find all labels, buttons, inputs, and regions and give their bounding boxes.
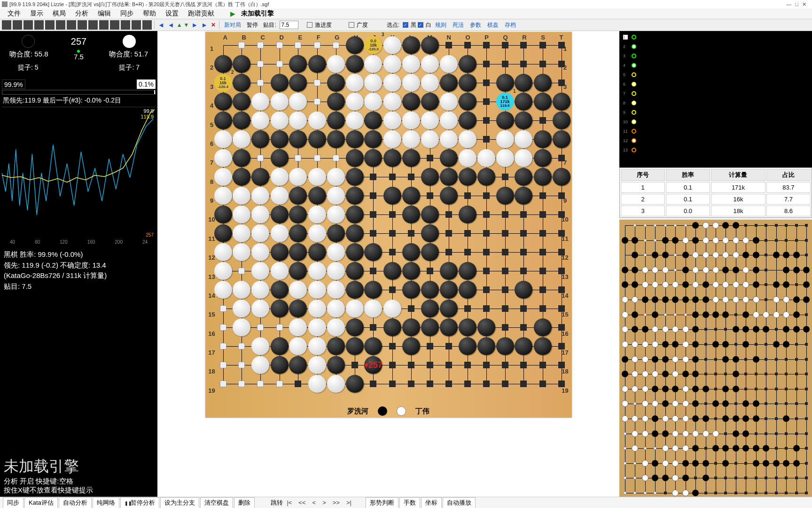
window-title: [99.9 119.9 204k] Lizzie - [黑]罗洗河 vs[白]丁…: [9, 1, 269, 8]
winrate-bar: [2, 90, 156, 95]
menu-item[interactable]: 文件: [4, 8, 24, 19]
black-checkbox[interactable]: [403, 22, 408, 28]
player-white: 丁伟: [415, 407, 429, 416]
board-link[interactable]: 棋盘: [485, 21, 501, 29]
point-label: 选点:: [385, 21, 401, 29]
analysis-summary: 黑棋 胜率: 99.9% (-0.0%) 领先: 119.9 (-0.2) 不确…: [0, 246, 157, 295]
aggr-checkbox[interactable]: [307, 22, 312, 28]
tb-tree-icon[interactable]: [88, 20, 98, 30]
captures-white: 提子: 7: [119, 64, 140, 72]
status-bar: 同步 Kata评估 自动分析 纯网络 暂停分析 设为主分支 清空棋盘 删除 跳转…: [0, 497, 812, 508]
pause-link[interactable]: 暂停: [245, 21, 260, 29]
black-stone-icon: [378, 406, 387, 416]
match-black: 吻合度: 55.8: [9, 50, 48, 61]
nav-last-icon[interactable]: ►: [200, 21, 209, 29]
tb-save-icon[interactable]: [13, 20, 22, 30]
autoplay-button[interactable]: 自动播放: [443, 497, 476, 508]
nav-back[interactable]: <: [310, 498, 319, 507]
tb-extra-icon[interactable]: [142, 20, 152, 30]
nav-fwd10[interactable]: >>: [330, 498, 343, 507]
mini-board[interactable]: [619, 220, 812, 499]
breadth-checkbox[interactable]: [349, 22, 354, 28]
save-link[interactable]: 存档: [502, 21, 518, 29]
tb-hint-icon[interactable]: [121, 20, 130, 30]
graph-ticks: 408012016020024: [0, 238, 157, 246]
new-game-link[interactable]: 新对局: [222, 21, 243, 29]
nav-down-icon[interactable]: ▼: [184, 22, 189, 28]
jump-label: 跳转: [271, 499, 283, 507]
graph-header: 黑领先:119.9 最后一手(#3): -0.0% -0.2目: [0, 95, 157, 107]
komi-input[interactable]: 7.5: [280, 21, 298, 29]
menu-item[interactable]: 跑谱贡献: [184, 8, 218, 19]
set-main-button[interactable]: 设为主分支: [160, 497, 199, 508]
delete-icon[interactable]: ✕: [210, 22, 217, 28]
minimize-icon[interactable]: —: [786, 1, 791, 8]
clear-button[interactable]: 清空棋盘: [200, 497, 233, 508]
play-icon: ▶: [226, 9, 239, 18]
kata-eval-button[interactable]: Kata评估: [24, 497, 58, 508]
nav-next-icon[interactable]: ►: [191, 21, 199, 29]
nav-up-icon[interactable]: ▲: [177, 22, 182, 28]
sync-button[interactable]: 同步: [3, 497, 23, 508]
menu-item[interactable]: 编辑: [94, 8, 115, 19]
pure-net-button[interactable]: 纯网络: [93, 497, 119, 508]
table-row: 30.018k8.6: [621, 206, 811, 216]
delete-button[interactable]: 删除: [234, 497, 255, 508]
white-checkbox[interactable]: [418, 22, 423, 28]
winrate-graph[interactable]: 99.9 119.9 257: [2, 107, 156, 238]
menu-item[interactable]: 分析: [71, 8, 92, 19]
close-icon[interactable]: ✕: [802, 1, 806, 8]
title-bar: [99.9 119.9 204k] Lizzie - [黑]罗洗河 vs[白]丁…: [0, 0, 812, 8]
breadth-label: 广度: [357, 21, 368, 29]
pause-analyze-button[interactable]: 暂停分析: [120, 497, 160, 508]
situation-button[interactable]: 形势判断: [366, 497, 398, 508]
table-row: 20.116k7.7: [621, 194, 811, 205]
table-row: 10.1171k83.7: [621, 182, 811, 193]
nav-back10[interactable]: <<: [296, 498, 308, 507]
nav-fwd[interactable]: >: [320, 498, 329, 507]
tb-settings-icon[interactable]: [34, 20, 44, 30]
menu-item[interactable]: 帮助: [139, 8, 160, 19]
right-panel: 12345678910111213 序号胜率计算量占比 10.1171k83.7…: [619, 31, 812, 499]
variation-tree[interactable]: 12345678910111213: [619, 31, 812, 167]
maximize-icon[interactable]: □: [795, 1, 798, 8]
tb-engine-icon[interactable]: [45, 20, 55, 30]
tb-chart-icon[interactable]: [56, 20, 65, 30]
nav-last[interactable]: >|: [344, 498, 354, 507]
komi-label: 贴目:: [261, 21, 278, 29]
movenum-button[interactable]: 手数: [399, 497, 420, 508]
menu-item[interactable]: 显示: [26, 8, 47, 19]
deadstone-link[interactable]: 死活: [450, 21, 466, 29]
captures-black: 提子: 5: [18, 64, 39, 72]
engine-status: 未加载引擎: [241, 9, 274, 18]
auto-analyze-button[interactable]: 自动分析: [59, 497, 92, 508]
rules-link[interactable]: 规则: [433, 21, 449, 29]
go-board[interactable]: ABCDEFGHJKLMNOPQRST 12345678910111213141…: [205, 32, 572, 418]
candidates-table: 序号胜率计算量占比 10.1171k83.7 20.116k7.7 30.018…: [619, 167, 812, 218]
menu-item[interactable]: 棋局: [49, 8, 70, 19]
winrate-black: 99.9%: [2, 79, 25, 89]
tb-moves-icon[interactable]: [78, 20, 87, 30]
nav-first[interactable]: |<: [284, 498, 295, 507]
coord-button[interactable]: 坐标: [421, 497, 442, 508]
menu-bar: 文件 显示 棋局 分析 编辑 同步 帮助 设置 跑谱贡献 ▶未加载引擎: [0, 8, 812, 19]
player-black: 罗洗河: [347, 407, 368, 416]
app-icon: [2, 1, 8, 7]
nav-prev-icon[interactable]: ◄: [167, 21, 175, 29]
tb-eval-icon[interactable]: [110, 20, 119, 30]
engine-warning: 未加载引擎 分析 开启 快捷键:空格 按住X键不放查看快捷键提示: [0, 452, 157, 499]
params-link[interactable]: 参数: [468, 21, 484, 29]
tb-refresh-icon[interactable]: [23, 20, 33, 30]
menu-item[interactable]: 同步: [117, 8, 137, 19]
match-white: 吻合度: 51.7: [109, 50, 148, 61]
tb-open-icon[interactable]: [2, 20, 11, 30]
tb-more-icon[interactable]: [132, 20, 141, 30]
menu-item[interactable]: 设置: [162, 8, 182, 19]
nav-first-icon[interactable]: ◄: [157, 21, 165, 29]
tb-coord-icon[interactable]: [99, 20, 109, 30]
aggr-label: 激进度: [315, 21, 332, 29]
white-stone-icon: [397, 406, 406, 416]
winrate-white: 0.1%: [137, 79, 156, 89]
tb-board-icon[interactable]: [67, 20, 76, 30]
left-panel: 257 吻合度: 55.8 7.5 吻合度: 51.7 提子: 5 提子: 7 …: [0, 31, 157, 499]
